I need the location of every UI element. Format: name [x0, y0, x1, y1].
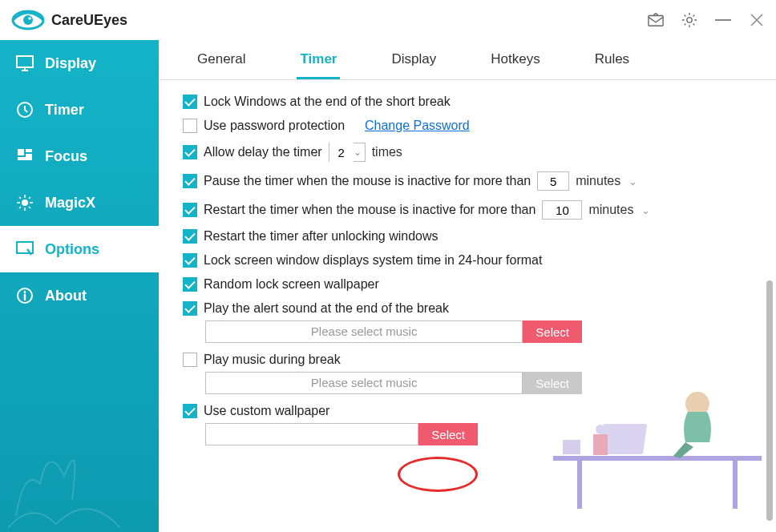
checkbox-password-protect[interactable] [183, 119, 197, 133]
sparkle-icon [16, 194, 34, 212]
label-play-music: Play music during break [204, 353, 341, 367]
label-custom-wallpaper: Use custom wallpaper [204, 404, 329, 418]
sidebar-decoration [0, 388, 159, 532]
sidebar-item-magicx[interactable]: MagicX [0, 179, 159, 226]
settings-panel: Lock Windows at the end of the short bre… [159, 80, 776, 532]
checkbox-random-wallpaper[interactable] [183, 277, 197, 292]
input-pause-minutes[interactable] [537, 171, 569, 191]
tab-display[interactable]: Display [388, 42, 439, 79]
svg-rect-7 [18, 149, 24, 155]
tab-general[interactable]: General [194, 42, 249, 79]
label-pause-inactive-suffix: minutes [576, 174, 620, 188]
label-restart-inactive-prefix: Restart the timer when the mouse is inac… [204, 203, 536, 217]
button-select-wallpaper[interactable]: Select [418, 423, 478, 445]
tab-hotkeys[interactable]: Hotkeys [487, 42, 543, 79]
sidebar-item-label: Focus [45, 148, 87, 165]
label-random-wallpaper: Random lock screen wallpaper [204, 277, 379, 292]
svg-rect-3 [649, 16, 663, 26]
label-24h: Lock screen window displays system time … [204, 253, 542, 268]
label-lock-windows: Lock Windows at the end of the short bre… [204, 95, 451, 109]
sidebar-item-label: About [45, 288, 87, 304]
checkbox-lock-windows[interactable] [183, 95, 197, 109]
scrollbar-thumb[interactable] [766, 280, 773, 521]
button-select-alert-music[interactable]: Select [523, 320, 582, 343]
input-wallpaper-path[interactable] [205, 423, 418, 445]
app-logo-icon [11, 9, 45, 31]
chevron-down-icon[interactable]: ⌄ [628, 175, 637, 187]
label-allow-delay-suffix: times [372, 145, 402, 159]
label-allow-delay-prefix: Allow delay the timer [204, 145, 322, 159]
sidebar-item-focus[interactable]: Focus [0, 133, 159, 179]
tab-rules[interactable]: Rules [592, 42, 633, 79]
label-pause-inactive-prefix: Pause the timer when the mouse is inacti… [204, 174, 531, 188]
sidebar-item-label: Timer [45, 102, 84, 119]
app-title: CareUEyes [51, 12, 127, 29]
link-change-password[interactable]: Change Password [365, 119, 470, 133]
label-alert-sound: Play the alert sound at the end of the b… [204, 301, 449, 316]
svg-point-11 [22, 200, 28, 206]
minimize-icon[interactable] [715, 12, 731, 28]
clock-icon [16, 101, 34, 119]
svg-rect-12 [17, 242, 33, 253]
svg-point-2 [28, 17, 31, 20]
sidebar-item-label: MagicX [45, 195, 95, 212]
button-select-break-music: Select [523, 372, 582, 394]
sidebar-item-display[interactable]: Display [0, 40, 159, 87]
svg-rect-10 [18, 157, 32, 160]
checkbox-allow-delay[interactable] [183, 145, 197, 159]
chevron-down-icon[interactable]: ⌄ [641, 204, 650, 216]
checkbox-alert-sound[interactable] [183, 301, 197, 316]
svg-rect-5 [17, 56, 33, 67]
svg-point-4 [687, 18, 692, 22]
monitor-icon [16, 54, 34, 72]
svg-point-1 [23, 15, 33, 25]
chevron-down-icon[interactable]: ⌄ [350, 147, 365, 158]
checkbox-24h[interactable] [183, 253, 197, 268]
scrollbar[interactable] [766, 280, 774, 529]
sidebar-item-label: Display [45, 55, 96, 72]
svg-rect-9 [26, 154, 32, 157]
input-break-music[interactable]: Please select music [205, 372, 523, 394]
focus-icon [16, 147, 34, 165]
sidebar: Display Timer Focus MagicX Options [0, 40, 159, 532]
svg-rect-8 [26, 149, 32, 152]
input-alert-music[interactable]: Please select music [205, 320, 523, 343]
tab-timer[interactable]: Timer [297, 42, 340, 79]
checkbox-pause-inactive[interactable] [183, 174, 197, 188]
sidebar-item-label: Options [45, 241, 99, 258]
checkbox-custom-wallpaper[interactable] [183, 404, 197, 418]
info-icon [16, 287, 34, 304]
label-restart-inactive-suffix: minutes [588, 203, 633, 217]
gear-icon[interactable] [681, 12, 697, 28]
close-icon[interactable] [749, 12, 765, 28]
label-password-protect: Use password protection [204, 119, 345, 133]
checkbox-play-music[interactable] [183, 353, 197, 367]
sidebar-item-about[interactable]: About [0, 272, 159, 319]
options-icon [16, 240, 34, 258]
sidebar-item-options[interactable]: Options [0, 226, 159, 272]
checkbox-restart-inactive[interactable] [183, 203, 197, 217]
tabs: General Timer Display Hotkeys Rules [159, 40, 776, 80]
input-restart-minutes[interactable] [542, 200, 582, 220]
checkbox-restart-unlock[interactable] [183, 229, 197, 244]
sidebar-item-timer[interactable]: Timer [0, 87, 159, 133]
mail-icon[interactable] [648, 12, 664, 28]
label-restart-unlock: Restart the timer after unlocking window… [204, 229, 439, 244]
